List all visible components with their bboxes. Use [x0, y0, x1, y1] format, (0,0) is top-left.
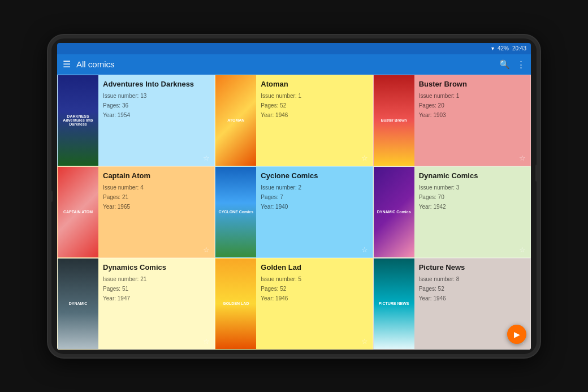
comic-title-captain-atom: Captain Atom — [103, 171, 210, 180]
comic-year-picture-news: Year: 1946 — [419, 294, 526, 303]
comic-title-cyclone-comics: Cyclone Comics — [261, 171, 368, 180]
app-bar-title: All comics — [76, 59, 494, 69]
comic-issue-buster-brown: Issue number: 1 — [419, 92, 526, 100]
favorite-icon-cyclone-comics[interactable]: ☆ — [361, 245, 368, 254]
menu-icon[interactable]: ☰ — [63, 59, 71, 70]
device: ▾ 42% 20:43 ☰ All comics 🔍 ⋮ DARKNESS Ad… — [48, 35, 540, 357]
comic-card-adventures-into-darkness[interactable]: DARKNESS Adventures Into Darkness Advent… — [57, 75, 215, 166]
comic-card-dynamic-comics[interactable]: DYNAMIC Comics Dynamic Comics Issue numb… — [373, 166, 531, 258]
comic-year-atoman: Year: 1946 — [261, 111, 368, 119]
favorite-icon-dynamic-comics[interactable]: ☆ — [519, 245, 526, 254]
comic-pages-buster-brown: Pages: 20 — [419, 101, 526, 110]
comic-year-dynamics-comics: Year: 1947 — [103, 294, 210, 303]
comic-info-dynamics-comics: Dynamics Comics Issue number: 21 Pages: … — [98, 259, 214, 349]
screen: ▾ 42% 20:43 ☰ All comics 🔍 ⋮ DARKNESS Ad… — [57, 43, 531, 350]
app-bar-actions: 🔍 ⋮ — [499, 59, 525, 70]
comic-cover-atoman: ATOMAN — [215, 75, 256, 166]
more-icon[interactable]: ⋮ — [517, 59, 525, 70]
comic-card-golden-lad[interactable]: GOLDEN LAD Golden Lad Issue number: 5 Pa… — [215, 258, 373, 350]
comic-info-atoman: Atoman Issue number: 1 Pages: 52 Year: 1… — [256, 75, 372, 166]
comic-card-dynamics-comics[interactable]: DYNAMIC Dynamics Comics Issue number: 21… — [57, 258, 215, 350]
comic-issue-dynamic-comics: Issue number: 3 — [419, 183, 526, 192]
camera-button — [50, 191, 53, 202]
fab-icon: ▶ — [514, 330, 520, 339]
favorite-icon-buster-brown[interactable]: ☆ — [519, 154, 526, 162]
favorite-icon-captain-atom[interactable]: ☆ — [203, 245, 210, 254]
wifi-icon: ▾ — [491, 45, 494, 51]
comic-cover-adventures-into-darkness: DARKNESS Adventures Into Darkness — [58, 75, 98, 166]
favorite-icon-atoman[interactable]: ☆ — [361, 154, 368, 162]
comic-issue-golden-lad: Issue number: 5 — [261, 275, 368, 283]
comic-info-buster-brown: Buster Brown Issue number: 1 Pages: 20 Y… — [414, 75, 530, 166]
comic-pages-picture-news: Pages: 52 — [419, 285, 526, 293]
comic-pages-adventures-into-darkness: Pages: 36 — [103, 101, 210, 110]
comic-title-adventures-into-darkness: Adventures Into Darkness — [103, 80, 210, 89]
comic-info-adventures-into-darkness: Adventures Into Darkness Issue number: 1… — [98, 75, 214, 166]
comic-pages-dynamics-comics: Pages: 51 — [103, 285, 210, 293]
comic-pages-dynamic-comics: Pages: 70 — [419, 193, 526, 201]
comic-cover-golden-lad: GOLDEN LAD — [215, 259, 256, 349]
comic-info-dynamic-comics: Dynamic Comics Issue number: 3 Pages: 70… — [414, 167, 530, 257]
comics-grid: DARKNESS Adventures Into Darkness Advent… — [57, 75, 531, 350]
comic-issue-adventures-into-darkness: Issue number: 13 — [103, 92, 210, 100]
comic-info-captain-atom: Captain Atom Issue number: 4 Pages: 21 Y… — [98, 167, 214, 257]
comic-title-golden-lad: Golden Lad — [261, 263, 368, 272]
fab-button[interactable]: ▶ — [507, 325, 526, 344]
comic-info-golden-lad: Golden Lad Issue number: 5 Pages: 52 Yea… — [256, 259, 372, 349]
comic-year-cyclone-comics: Year: 1940 — [261, 203, 368, 211]
comic-issue-cyclone-comics: Issue number: 2 — [261, 183, 368, 192]
comic-issue-picture-news: Issue number: 8 — [419, 275, 526, 283]
comic-year-dynamic-comics: Year: 1942 — [419, 203, 526, 211]
comic-year-buster-brown: Year: 1903 — [419, 111, 526, 119]
comic-card-buster-brown[interactable]: Buster Brown Buster Brown Issue number: … — [373, 75, 531, 166]
volume-button — [535, 165, 538, 182]
app-bar: ☰ All comics 🔍 ⋮ — [57, 54, 531, 75]
comic-title-atoman: Atoman — [261, 80, 368, 89]
comic-cover-cyclone-comics: CYCLONE Comics — [215, 167, 256, 257]
comic-cover-picture-news: PICTURE NEWS — [374, 259, 414, 349]
comic-title-dynamic-comics: Dynamic Comics — [419, 171, 526, 180]
comic-title-buster-brown: Buster Brown — [419, 80, 526, 89]
comic-issue-captain-atom: Issue number: 4 — [103, 183, 210, 192]
favorite-icon-dynamics-comics[interactable]: ☆ — [203, 337, 210, 346]
comic-cover-buster-brown: Buster Brown — [374, 75, 414, 166]
comic-pages-atoman: Pages: 52 — [261, 101, 368, 110]
comic-pages-golden-lad: Pages: 52 — [261, 285, 368, 293]
comic-cover-captain-atom: CAPTAIN ATOM — [58, 167, 98, 257]
comic-pages-cyclone-comics: Pages: 7 — [261, 193, 368, 201]
comic-cover-dynamics-comics: DYNAMIC — [58, 259, 98, 349]
time-text: 20:43 — [512, 45, 526, 51]
comic-title-dynamics-comics: Dynamics Comics — [103, 263, 210, 272]
favorite-icon-adventures-into-darkness[interactable]: ☆ — [203, 154, 210, 162]
battery-text: 42% — [498, 45, 509, 51]
comic-title-picture-news: Picture News — [419, 263, 526, 272]
comic-issue-dynamics-comics: Issue number: 21 — [103, 275, 210, 283]
comic-year-adventures-into-darkness: Year: 1954 — [103, 111, 210, 119]
status-bar: ▾ 42% 20:43 — [57, 43, 531, 54]
comic-card-atoman[interactable]: ATOMAN Atoman Issue number: 1 Pages: 52 … — [215, 75, 373, 166]
comic-pages-captain-atom: Pages: 21 — [103, 193, 210, 201]
comic-year-golden-lad: Year: 1946 — [261, 294, 368, 303]
comic-cover-dynamic-comics: DYNAMIC Comics — [374, 167, 414, 257]
comic-card-cyclone-comics[interactable]: CYCLONE Comics Cyclone Comics Issue numb… — [215, 166, 373, 258]
search-icon[interactable]: 🔍 — [499, 59, 510, 70]
comic-year-captain-atom: Year: 1965 — [103, 203, 210, 211]
comic-card-captain-atom[interactable]: CAPTAIN ATOM Captain Atom Issue number: … — [57, 166, 215, 258]
comic-info-cyclone-comics: Cyclone Comics Issue number: 2 Pages: 7 … — [256, 167, 372, 257]
favorite-icon-golden-lad[interactable]: ☆ — [361, 337, 368, 346]
comic-issue-atoman: Issue number: 1 — [261, 92, 368, 100]
